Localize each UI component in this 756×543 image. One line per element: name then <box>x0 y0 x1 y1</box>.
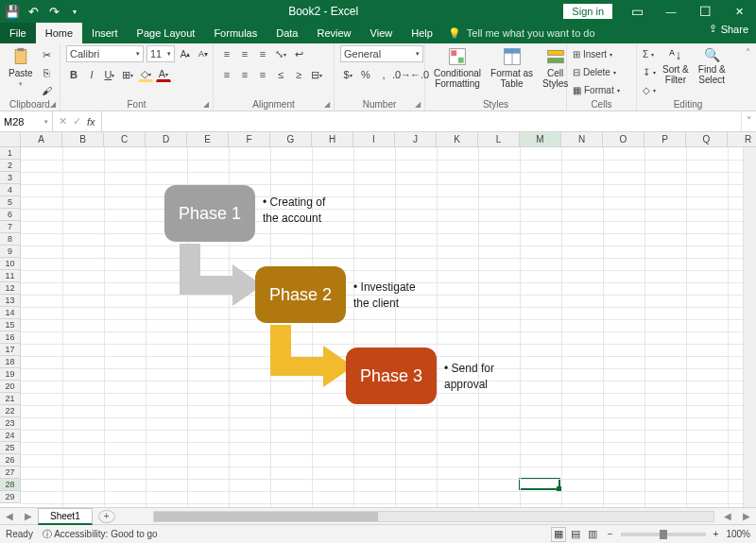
row-header[interactable]: 26 <box>0 454 21 467</box>
sheet-nav-next-icon[interactable]: ▶ <box>19 511 38 521</box>
save-icon[interactable]: 💾 <box>4 3 21 20</box>
column-header[interactable]: L <box>478 132 520 147</box>
column-header[interactable]: E <box>187 132 229 147</box>
formula-input[interactable] <box>102 111 741 131</box>
decrease-indent-icon[interactable]: ≤ <box>273 67 288 82</box>
format-as-table-button[interactable]: Format as Table <box>488 45 536 91</box>
redo-icon[interactable]: ↷ <box>45 3 62 20</box>
paste-button[interactable]: Paste ▾ <box>6 45 36 90</box>
collapse-ribbon-icon[interactable]: ˄ <box>739 43 756 110</box>
clipboard-dialog-icon[interactable]: ◢ <box>50 100 56 109</box>
insert-cells-button[interactable]: ⊞Insert▾ <box>573 45 612 62</box>
qat-dropdown-icon[interactable]: ▾ <box>66 3 83 20</box>
fx-icon[interactable]: fx <box>87 116 95 127</box>
column-header[interactable]: P <box>644 132 686 147</box>
sheet-nav-prev-icon[interactable]: ◀ <box>0 511 19 521</box>
autosum-button[interactable]: Σ▾ <box>643 45 656 62</box>
zoom-out-icon[interactable]: − <box>608 529 613 539</box>
row-header[interactable]: 23 <box>0 417 21 430</box>
bold-icon[interactable]: B <box>66 67 81 82</box>
zoom-slider[interactable] <box>621 533 706 536</box>
column-header[interactable]: O <box>603 132 644 147</box>
align-right-icon[interactable]: ≡ <box>255 67 270 82</box>
maximize-icon[interactable]: ☐ <box>688 0 722 23</box>
tab-insert[interactable]: Insert <box>82 23 128 43</box>
tab-review[interactable]: Review <box>307 23 360 43</box>
row-header[interactable]: 4 <box>0 184 21 196</box>
column-header[interactable]: J <box>395 132 437 147</box>
tab-help[interactable]: Help <box>402 23 442 43</box>
scroll-right-icon[interactable]: ▶ <box>737 511 756 521</box>
minimize-icon[interactable]: — <box>654 0 688 23</box>
row-header[interactable]: 10 <box>0 258 21 270</box>
column-header[interactable]: C <box>104 132 146 147</box>
row-header[interactable]: 19 <box>0 368 21 381</box>
copy-icon[interactable]: ⎘ <box>40 65 55 80</box>
expand-formula-bar-icon[interactable]: ˅ <box>741 111 756 131</box>
find-select-button[interactable]: 🔍 Find & Select <box>696 45 729 87</box>
column-header[interactable]: I <box>353 132 395 147</box>
tell-me[interactable]: 💡 Tell me what you want to do <box>448 23 595 43</box>
row-header[interactable]: 16 <box>0 331 21 344</box>
font-color-icon[interactable]: A▾ <box>156 67 171 82</box>
tab-file[interactable]: File <box>0 23 36 43</box>
column-header[interactable]: N <box>561 132 603 147</box>
sort-filter-button[interactable]: ᴬ↓ Sort & Filter <box>660 45 692 87</box>
align-bottom-icon[interactable]: ≡ <box>255 46 270 61</box>
tab-data[interactable]: Data <box>266 23 307 43</box>
column-header[interactable]: M <box>520 132 561 147</box>
row-header[interactable]: 25 <box>0 442 21 454</box>
row-header[interactable]: 17 <box>0 344 21 356</box>
number-format-select[interactable]: General▾ <box>340 45 423 62</box>
horizontal-scrollbar[interactable] <box>153 511 714 522</box>
row-header[interactable]: 1 <box>0 147 21 160</box>
accessibility-status[interactable]: ⓘ Accessibility: Good to go <box>43 528 158 541</box>
format-painter-icon[interactable]: 🖌 <box>40 83 55 98</box>
smartart-diagram[interactable]: Phase 1 • Creating of the account Phase … <box>21 147 493 431</box>
column-header[interactable]: K <box>437 132 478 147</box>
fill-color-icon[interactable]: ◇▾ <box>138 67 153 82</box>
zoom-in-icon[interactable]: + <box>713 529 719 539</box>
share-button[interactable]: ⇪ Share <box>709 23 748 35</box>
font-dialog-icon[interactable]: ◢ <box>203 100 209 109</box>
row-header[interactable]: 21 <box>0 393 21 405</box>
column-header[interactable]: B <box>62 132 104 147</box>
scroll-left-icon[interactable]: ◀ <box>718 511 737 521</box>
border-icon[interactable]: ⊞▾ <box>120 67 135 82</box>
align-center-icon[interactable]: ≡ <box>237 67 252 82</box>
select-all-corner[interactable] <box>0 132 21 147</box>
phase2-box[interactable]: Phase 2 <box>255 266 346 323</box>
number-dialog-icon[interactable]: ◢ <box>415 100 421 109</box>
row-header[interactable]: 27 <box>0 467 21 479</box>
delete-cells-button[interactable]: ⊟Delete▾ <box>573 63 616 80</box>
wrap-text-icon[interactable]: ↩ <box>291 46 306 61</box>
row-header[interactable]: 29 <box>0 491 21 503</box>
name-box[interactable]: M28▾ <box>0 111 53 131</box>
tab-page-layout[interactable]: Page Layout <box>128 23 205 43</box>
cancel-fx-icon[interactable]: ✕ <box>59 115 67 127</box>
page-break-view-icon[interactable]: ▥ <box>585 527 600 542</box>
ribbon-display-icon[interactable]: ▭ <box>620 0 654 23</box>
align-middle-icon[interactable]: ≡ <box>237 46 252 61</box>
signin-button[interactable]: Sign in <box>563 4 612 19</box>
cut-icon[interactable]: ✂ <box>40 47 55 62</box>
column-header[interactable]: Q <box>686 132 728 147</box>
column-header[interactable]: A <box>21 132 62 147</box>
column-header[interactable]: F <box>229 132 270 147</box>
row-header[interactable]: 3 <box>0 172 21 184</box>
row-header[interactable]: 7 <box>0 221 21 233</box>
row-header[interactable]: 8 <box>0 233 21 246</box>
increase-indent-icon[interactable]: ≥ <box>291 67 306 82</box>
enter-fx-icon[interactable]: ✓ <box>73 115 81 127</box>
merge-center-icon[interactable]: ⊟▾ <box>309 67 324 82</box>
phase1-box[interactable]: Phase 1 <box>164 185 255 242</box>
row-header[interactable]: 5 <box>0 196 21 209</box>
column-header[interactable]: G <box>270 132 312 147</box>
clear-button[interactable]: ◇▾ <box>643 81 656 98</box>
normal-view-icon[interactable]: ▦ <box>551 527 566 542</box>
column-header[interactable]: R <box>728 132 756 147</box>
column-header[interactable]: D <box>146 132 187 147</box>
increase-font-icon[interactable]: A▴ <box>178 46 193 61</box>
row-header[interactable]: 20 <box>0 381 21 393</box>
row-header[interactable]: 18 <box>0 356 21 368</box>
